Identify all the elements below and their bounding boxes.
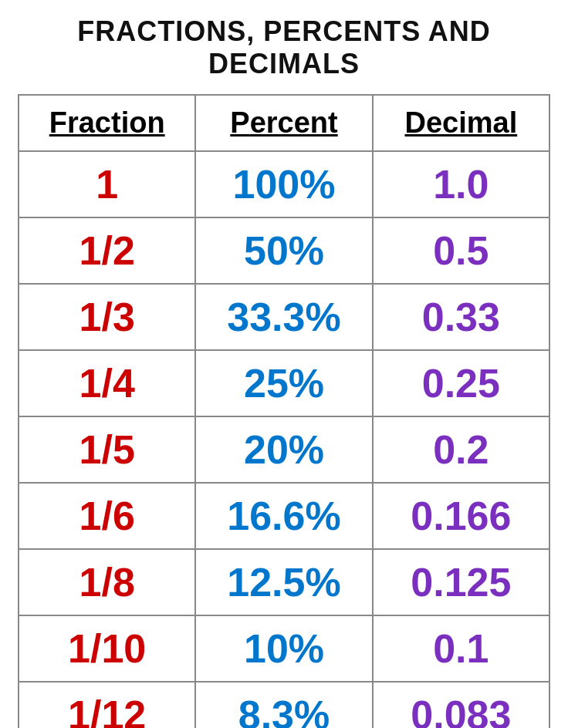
page-title: FRACTIONS, PERCENTS AND DECIMALS	[15, 15, 553, 80]
cell-fraction-3: 1/4	[19, 350, 195, 416]
cell-percent-1: 50%	[195, 217, 372, 284]
cell-percent-4: 20%	[195, 416, 372, 483]
fractions-table: Fraction Percent Decimal 1100%1.01/250%0…	[18, 94, 550, 728]
cell-fraction-6: 1/8	[19, 549, 195, 615]
cell-percent-6: 12.5%	[195, 549, 372, 615]
cell-decimal-8: 0.083	[373, 682, 549, 728]
cell-fraction-1: 1/2	[19, 217, 195, 284]
cell-fraction-8: 1/12	[19, 682, 195, 728]
cell-fraction-5: 1/6	[19, 483, 195, 549]
cell-percent-2: 33.3%	[195, 284, 372, 350]
cell-fraction-4: 1/5	[19, 416, 195, 483]
table-row: 1/425%0.25	[19, 350, 549, 416]
table-row: 1100%1.0	[19, 151, 549, 217]
cell-percent-7: 10%	[195, 615, 372, 682]
table-row: 1/1010%0.1	[19, 615, 549, 682]
header-decimal: Decimal	[373, 95, 549, 151]
cell-percent-8: 8.3%	[195, 682, 372, 728]
cell-fraction-7: 1/10	[19, 615, 195, 682]
table-row: 1/616.6%0.166	[19, 483, 549, 549]
cell-fraction-0: 1	[19, 151, 195, 217]
cell-percent-0: 100%	[195, 151, 372, 217]
cell-decimal-0: 1.0	[373, 151, 549, 217]
cell-decimal-6: 0.125	[373, 549, 549, 615]
cell-percent-5: 16.6%	[195, 483, 372, 549]
cell-decimal-3: 0.25	[373, 350, 549, 416]
table-row: 1/812.5%0.125	[19, 549, 549, 615]
table-row: 1/520%0.2	[19, 416, 549, 483]
header-fraction: Fraction	[19, 95, 195, 151]
cell-decimal-7: 0.1	[373, 615, 549, 682]
cell-decimal-2: 0.33	[373, 284, 549, 350]
cell-percent-3: 25%	[195, 350, 372, 416]
cell-decimal-4: 0.2	[373, 416, 549, 483]
cell-decimal-5: 0.166	[373, 483, 549, 549]
table-row: 1/333.3%0.33	[19, 284, 549, 350]
cell-decimal-1: 0.5	[373, 217, 549, 284]
header-percent: Percent	[195, 95, 372, 151]
table-row: 1/128.3%0.083	[19, 682, 549, 728]
table-row: 1/250%0.5	[19, 217, 549, 284]
cell-fraction-2: 1/3	[19, 284, 195, 350]
